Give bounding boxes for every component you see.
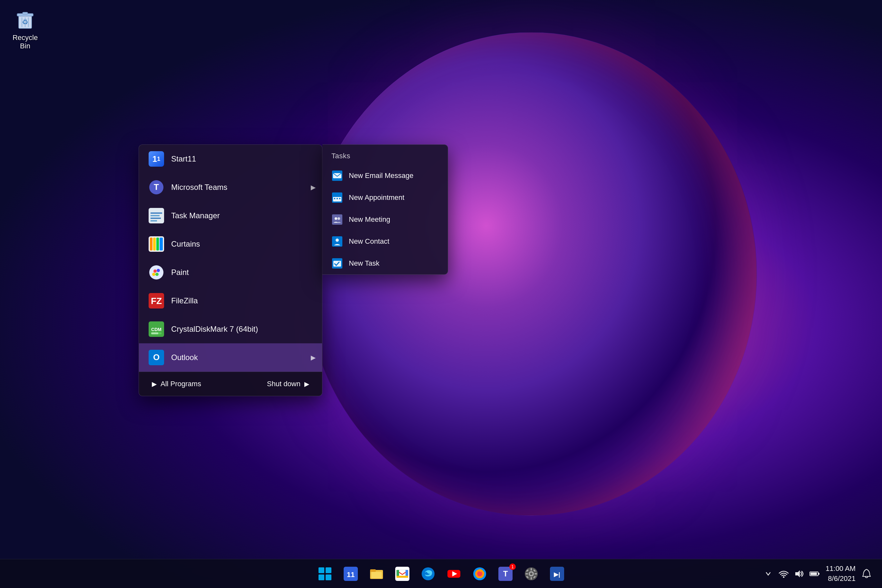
menu-footer: ▶ All Programs Shut down ▶ xyxy=(139,372,322,396)
shutdown-label: Shut down xyxy=(267,380,300,388)
menu-item-filezilla[interactable]: FZ FileZilla xyxy=(139,286,322,315)
all-programs-button[interactable]: ▶ All Programs xyxy=(148,377,205,391)
svg-rect-49 xyxy=(318,567,324,573)
gmail-button[interactable] xyxy=(391,562,414,585)
recycle-bin-label: Recycle Bin xyxy=(8,33,42,50)
svg-rect-41 xyxy=(339,198,340,199)
outlook-icon: O xyxy=(148,349,165,366)
task-manager-label: Task Manager xyxy=(171,211,313,220)
desktop-icon-recycle-bin[interactable]: ♻ Recycle Bin xyxy=(6,6,45,53)
menu-item-task-manager[interactable]: Task Manager xyxy=(139,201,322,230)
svg-rect-75 xyxy=(531,577,532,580)
svg-rect-11 xyxy=(150,215,160,216)
svg-rect-2 xyxy=(22,12,28,14)
svg-point-19 xyxy=(149,265,164,279)
svg-rect-39 xyxy=(334,198,335,199)
crystaldiskmark-icon: CDM xyxy=(148,321,165,338)
svg-rect-74 xyxy=(531,568,532,571)
svg-rect-17 xyxy=(156,238,159,250)
file-explorer-button[interactable] xyxy=(365,562,388,585)
new-appointment-label: New Appointment xyxy=(349,194,404,202)
svg-rect-36 xyxy=(333,194,341,197)
svg-rect-52 xyxy=(326,574,332,580)
svg-rect-87 xyxy=(818,573,819,575)
task-new-meeting[interactable]: New Meeting xyxy=(322,208,448,231)
teams-taskbar-button[interactable]: T 1 xyxy=(494,562,517,585)
show-hidden-icons-button[interactable] xyxy=(762,568,774,580)
task-new-contact[interactable]: New Contact xyxy=(322,231,448,252)
task-new-email[interactable]: New Email Message xyxy=(322,165,448,187)
svg-text:CDM: CDM xyxy=(151,327,162,332)
task-icon xyxy=(332,258,343,269)
wifi-icon[interactable] xyxy=(778,568,789,580)
svg-rect-18 xyxy=(160,238,163,250)
settings-button[interactable] xyxy=(520,562,543,585)
tasks-panel: Tasks New Email Message xyxy=(322,144,448,274)
new-contact-label: New Contact xyxy=(349,237,389,246)
paint-label: Paint xyxy=(171,268,313,277)
filezilla-icon: FZ xyxy=(148,292,165,309)
outlook-label: Outlook xyxy=(171,353,313,362)
svg-text:FZ: FZ xyxy=(151,296,162,306)
start11-taskbar-button[interactable]: 11 xyxy=(339,562,362,585)
menu-item-outlook[interactable]: O Outlook ▶ xyxy=(139,344,322,372)
contact-icon xyxy=(332,236,343,247)
svg-point-84 xyxy=(783,576,784,578)
svg-rect-12 xyxy=(150,218,161,219)
svg-rect-62 xyxy=(396,576,408,578)
edge-button[interactable] xyxy=(417,562,440,585)
svg-rect-77 xyxy=(534,573,537,574)
menu-item-crystaldiskmark[interactable]: CDM CrystalDiskMark 7 (64bit) xyxy=(139,315,322,344)
svg-text:11: 11 xyxy=(347,571,355,579)
recycle-bin-icon: ♻ xyxy=(14,8,36,31)
shutdown-button[interactable]: Shut down ▶ xyxy=(263,377,313,391)
new-meeting-label: New Meeting xyxy=(349,215,390,224)
menu-item-paint[interactable]: Paint xyxy=(139,258,322,286)
svg-rect-56 xyxy=(370,569,376,572)
svg-rect-38 xyxy=(338,194,339,195)
svg-rect-10 xyxy=(150,213,162,214)
clock[interactable]: 11:00 AM 8/6/2021 xyxy=(826,564,856,584)
outlook-arrow: ▶ xyxy=(311,354,316,362)
new-email-label: New Email Message xyxy=(349,171,414,180)
menu-item-curtains[interactable]: Curtains xyxy=(139,230,322,258)
windows-start-button[interactable] xyxy=(314,562,336,585)
svg-rect-51 xyxy=(318,574,324,580)
svg-rect-76 xyxy=(525,573,528,574)
email-icon xyxy=(332,170,343,182)
svg-point-23 xyxy=(152,273,155,276)
volume-icon[interactable] xyxy=(794,568,805,580)
svg-rect-15 xyxy=(150,238,153,250)
svg-point-22 xyxy=(155,273,159,276)
svg-point-44 xyxy=(338,217,340,220)
battery-icon[interactable] xyxy=(809,568,820,580)
all-programs-label: All Programs xyxy=(160,380,201,388)
svg-rect-40 xyxy=(336,198,338,199)
menu-item-start11[interactable]: 11 Start11 xyxy=(139,145,322,173)
svg-text:T: T xyxy=(503,569,508,578)
firefox-button[interactable] xyxy=(468,562,491,585)
start11-tool-button[interactable]: ▶| xyxy=(546,562,568,585)
svg-text:▶|: ▶| xyxy=(554,571,560,578)
task-new-appointment[interactable]: New Appointment xyxy=(322,187,448,208)
youtube-button[interactable] xyxy=(442,562,465,585)
task-new-task[interactable]: New Task xyxy=(322,252,448,274)
task-manager-icon xyxy=(148,207,165,224)
curtains-label: Curtains xyxy=(171,240,313,249)
clock-time: 11:00 AM xyxy=(826,564,856,574)
svg-point-21 xyxy=(157,269,160,272)
menu-item-teams[interactable]: T Microsoft Teams ▶ xyxy=(139,173,322,201)
taskbar: 11 xyxy=(0,559,882,588)
svg-point-20 xyxy=(153,270,157,273)
svg-rect-29 xyxy=(151,332,158,334)
svg-point-73 xyxy=(530,573,532,575)
svg-rect-50 xyxy=(326,567,332,573)
start11-icon: 11 xyxy=(148,150,165,167)
crystaldiskmark-label: CrystalDiskMark 7 (64bit) xyxy=(171,325,313,334)
svg-point-43 xyxy=(334,217,337,220)
all-programs-arrow-icon: ▶ xyxy=(152,380,157,388)
notification-button[interactable] xyxy=(861,568,872,580)
start11-label: Start11 xyxy=(171,154,313,164)
svg-rect-57 xyxy=(371,572,382,578)
clock-date: 8/6/2021 xyxy=(828,574,856,584)
